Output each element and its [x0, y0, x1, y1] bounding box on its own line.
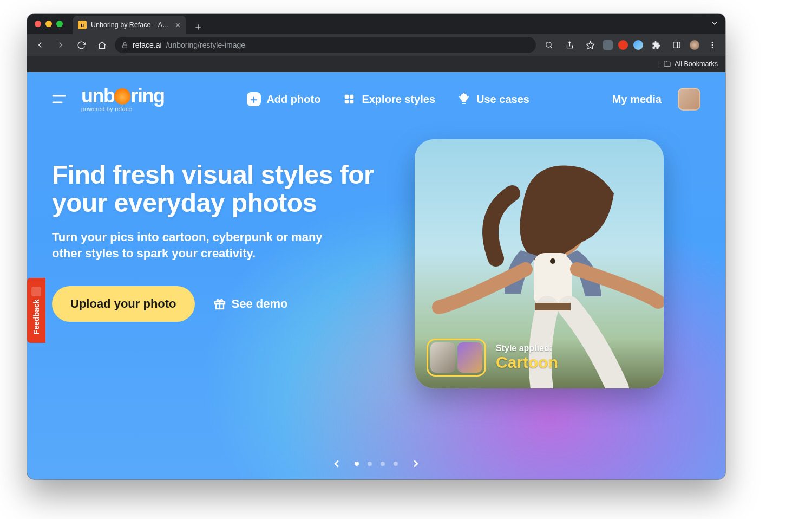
titlebar: u Unboring by Reface – AI Phot… ✕ ＋ [27, 14, 725, 34]
share-icon[interactable] [562, 37, 577, 53]
svg-point-24 [550, 258, 555, 264]
carousel-dots [355, 462, 398, 466]
smile-icon [31, 287, 41, 296]
lock-icon [121, 42, 128, 49]
feedback-tab[interactable]: Feedback [27, 278, 45, 343]
reload-button[interactable] [74, 37, 89, 53]
kebab-menu-icon[interactable] [705, 37, 720, 53]
style-thumbs [427, 339, 486, 377]
tab-overflow-icon[interactable] [710, 19, 719, 28]
carousel-dot[interactable] [394, 462, 398, 466]
browser-toolbar: reface.ai/unboring/restyle-image [27, 34, 725, 56]
window-controls [35, 14, 63, 34]
svg-rect-12 [350, 95, 353, 99]
svg-point-6 [712, 42, 713, 43]
hero-preview: Style applied: Cartoon [409, 161, 658, 322]
style-chip: Style applied: Cartoon [427, 339, 558, 377]
hero-heading: Find fresh visual styles for your everyd… [52, 161, 388, 217]
bulb-icon [457, 92, 471, 106]
minimize-window-button[interactable] [45, 21, 52, 27]
tab-strip: u Unboring by Reface – AI Phot… ✕ ＋ [73, 14, 206, 34]
feedback-label: Feedback [32, 300, 41, 335]
style-applied-value: Cartoon [496, 353, 558, 372]
svg-point-8 [712, 47, 713, 48]
hero-ctas: Upload your photo See demo [52, 286, 388, 322]
tab-title: Unboring by Reface – AI Phot… [91, 21, 171, 29]
toolbar-right [541, 37, 720, 53]
thumb-original [430, 342, 455, 373]
carousel-dot[interactable] [355, 462, 359, 466]
style-info: Style applied: Cartoon [496, 343, 558, 372]
svg-line-16 [468, 96, 469, 97]
see-demo-label: See demo [232, 297, 288, 311]
back-button[interactable] [32, 37, 48, 53]
url-path: /unboring/restyle-image [166, 41, 245, 49]
bookmarks-bar: | All Bookmarks [27, 56, 725, 72]
maximize-window-button[interactable] [56, 21, 63, 27]
extension-icon[interactable] [603, 40, 613, 50]
nav-label: Add photo [266, 93, 320, 106]
nav-right: My media [612, 88, 700, 111]
upload-button[interactable]: Upload your photo [52, 286, 195, 322]
new-tab-button[interactable]: ＋ [191, 19, 206, 34]
folder-icon [663, 60, 671, 68]
style-applied-label: Style applied: [496, 343, 558, 353]
site-header: unbring powered by reface ＋ Add photo Ex… [27, 72, 725, 112]
carousel-controls [27, 456, 725, 472]
brand-name: unbring [81, 86, 164, 105]
hamburger-icon[interactable] [52, 94, 67, 104]
forward-button[interactable] [53, 37, 68, 53]
svg-rect-4 [673, 42, 680, 48]
svg-point-7 [712, 44, 713, 46]
sidepanel-icon[interactable] [669, 37, 684, 53]
svg-rect-14 [350, 100, 353, 103]
close-tab-icon[interactable]: ✕ [175, 21, 181, 29]
svg-point-1 [546, 42, 551, 47]
hero-copy: Find fresh visual styles for your everyd… [52, 161, 388, 322]
extensions-puzzle-icon[interactable] [649, 37, 664, 53]
see-demo-link[interactable]: See demo [213, 297, 288, 311]
hero: Find fresh visual styles for your everyd… [27, 112, 725, 322]
svg-rect-0 [123, 44, 127, 47]
plus-icon: ＋ [247, 92, 261, 106]
browser-window: u Unboring by Reface – AI Phot… ✕ ＋ refa… [27, 14, 725, 479]
main-nav: ＋ Add photo Explore styles Use cases [178, 92, 598, 106]
bookmark-star-icon[interactable] [582, 37, 598, 53]
hero-subheading: Turn your pics into cartoon, cyberpunk o… [52, 229, 344, 261]
preview-card: Style applied: Cartoon [415, 139, 664, 388]
svg-rect-11 [345, 95, 349, 99]
svg-rect-13 [345, 100, 349, 103]
extension-icon[interactable] [618, 40, 628, 50]
close-window-button[interactable] [35, 21, 41, 27]
carousel-next-button[interactable] [408, 456, 424, 472]
pumpkin-icon [114, 88, 130, 105]
favicon-icon: u [78, 21, 87, 29]
address-bar[interactable]: reface.ai/unboring/restyle-image [115, 37, 536, 53]
extension-icon[interactable] [633, 40, 643, 50]
carousel-prev-button[interactable] [329, 456, 345, 472]
nav-add-photo[interactable]: ＋ Add photo [247, 92, 320, 106]
carousel-dot[interactable] [368, 462, 372, 466]
nav-use-cases[interactable]: Use cases [457, 92, 529, 106]
all-bookmarks-link[interactable]: All Bookmarks [675, 60, 718, 68]
avatar[interactable] [678, 88, 700, 111]
svg-line-15 [459, 96, 460, 97]
home-button[interactable] [94, 37, 109, 53]
svg-marker-3 [586, 41, 594, 48]
gift-icon [213, 297, 226, 310]
url-host: reface.ai [133, 41, 162, 49]
page-viewport: Feedback unbring powered by reface ＋ Add… [27, 72, 725, 479]
grid-icon [342, 92, 356, 106]
profile-avatar-icon[interactable] [690, 40, 699, 50]
nav-label: Use cases [476, 93, 529, 106]
svg-line-2 [551, 47, 552, 48]
svg-rect-23 [535, 303, 571, 310]
nav-explore-styles[interactable]: Explore styles [342, 92, 435, 106]
carousel-dot[interactable] [381, 462, 385, 466]
nav-label: Explore styles [362, 93, 435, 106]
thumb-styled [457, 342, 482, 373]
zoom-icon[interactable] [541, 37, 556, 53]
brand-logo[interactable]: unbring powered by reface [81, 86, 164, 112]
my-media-link[interactable]: My media [612, 93, 662, 106]
browser-tab[interactable]: u Unboring by Reface – AI Phot… ✕ [73, 16, 186, 34]
